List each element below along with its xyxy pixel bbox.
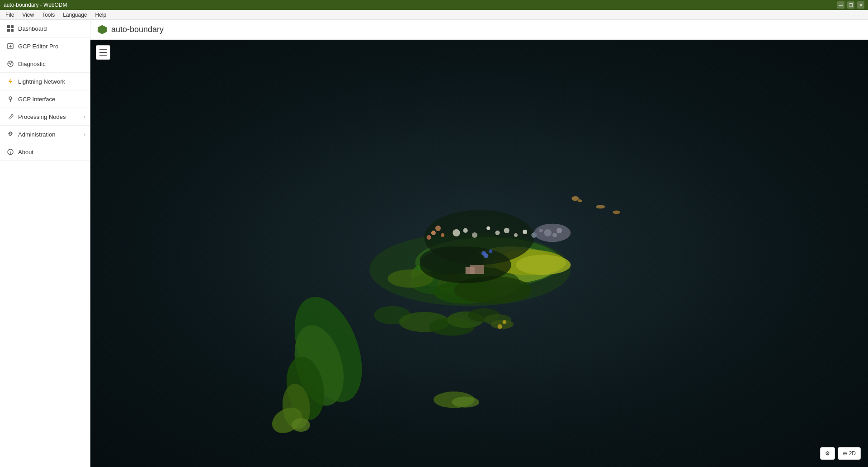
sidebar-item-gcp-interface[interactable]: GCP Interface (0, 90, 90, 108)
settings-button[interactable]: ⚙ (820, 447, 835, 460)
app-logo-icon (98, 25, 107, 34)
menu-item-tools[interactable]: Tools (38, 11, 58, 19)
svg-point-34 (514, 233, 518, 237)
viewer-controls: ⚙ ⊕ 2D (820, 447, 861, 460)
grid-icon (6, 24, 14, 33)
info-icon: i (6, 148, 14, 156)
point-cloud-svg (90, 40, 868, 467)
svg-point-27 (425, 210, 534, 264)
svg-point-7 (8, 61, 13, 66)
sidebar-item-gcp-editor-pro-label: GCP Editor Pro (18, 43, 58, 50)
sidebar-item-lightning-network[interactable]: Lightning Network (0, 73, 90, 90)
sidebar: Dashboard GCP Editor Pro Diagnostic (0, 20, 90, 467)
restore-button[interactable]: ❐ (847, 1, 854, 9)
title-bar: auto-boundary - WebODM — ❐ ✕ (0, 0, 868, 10)
diagnostic-icon (6, 60, 14, 68)
svg-point-46 (431, 231, 436, 235)
sidebar-item-administration-label: Administration (18, 131, 55, 138)
administration-chevron: ‹ (84, 132, 85, 137)
app-title: auto-boundary (111, 25, 164, 34)
svg-point-8 (9, 97, 12, 99)
svg-point-32 (495, 231, 500, 235)
sidebar-item-processing-nodes[interactable]: Processing Nodes ‹ (0, 108, 90, 126)
svg-point-29 (463, 228, 468, 233)
wrench-icon (6, 113, 14, 121)
top-header: auto-boundary (90, 20, 868, 40)
svg-rect-2 (7, 29, 10, 32)
svg-point-47 (441, 233, 444, 237)
menu-item-help[interactable]: Help (92, 11, 110, 19)
2d-label: 2D (849, 450, 856, 457)
svg-rect-3 (11, 29, 14, 32)
sidebar-item-processing-nodes-label: Processing Nodes (18, 113, 66, 120)
point-cloud-container (90, 40, 868, 467)
menu-item-language[interactable]: Language (59, 11, 90, 19)
window-controls: — ❐ ✕ (837, 1, 864, 9)
svg-point-51 (596, 205, 605, 208)
menu-item-file[interactable]: File (2, 11, 18, 19)
svg-point-30 (472, 232, 477, 238)
sidebar-item-lightning-network-label: Lightning Network (18, 78, 65, 85)
svg-point-67 (452, 396, 479, 407)
sidebar-item-gcp-interface-label: GCP Interface (18, 96, 55, 103)
svg-point-50 (578, 199, 582, 202)
lightning-icon (6, 77, 14, 85)
svg-point-45 (435, 226, 441, 231)
menu-item-view[interactable]: View (19, 11, 38, 19)
2d-icon: ⊕ (843, 450, 847, 457)
svg-point-68 (497, 324, 502, 329)
sidebar-item-dashboard[interactable]: Dashboard (0, 20, 90, 38)
svg-point-69 (503, 320, 506, 324)
svg-point-22 (516, 255, 571, 275)
sidebar-item-dashboard-label: Dashboard (18, 25, 47, 32)
svg-rect-1 (11, 25, 14, 28)
app-layout: Dashboard GCP Editor Pro Diagnostic (0, 20, 868, 467)
gear-icon (6, 130, 14, 138)
sidebar-item-about[interactable]: i About (0, 143, 90, 161)
3d-viewer: ⚙ ⊕ 2D (90, 40, 868, 467)
menu-bar: FileViewToolsLanguageHelp (0, 10, 868, 20)
svg-text:i: i (10, 151, 11, 155)
svg-point-44 (484, 254, 488, 258)
settings-icon: ⚙ (825, 450, 830, 457)
svg-point-52 (613, 210, 620, 214)
close-button[interactable]: ✕ (857, 1, 864, 9)
svg-point-49 (571, 196, 579, 201)
2d-toggle-button[interactable]: ⊕ 2D (838, 447, 861, 460)
svg-rect-26 (466, 267, 475, 274)
pin-icon (6, 95, 14, 103)
svg-point-48 (427, 235, 431, 240)
sidebar-item-diagnostic[interactable]: Diagnostic (0, 55, 90, 73)
sidebar-item-about-label: About (18, 149, 33, 156)
main-content: auto-boundary (90, 20, 868, 467)
svg-point-35 (523, 230, 527, 234)
minimize-button[interactable]: — (837, 1, 844, 9)
gcp-pro-icon (6, 42, 14, 50)
svg-rect-0 (7, 25, 10, 28)
processing-nodes-chevron: ‹ (84, 114, 85, 119)
svg-point-65 (491, 320, 514, 329)
svg-point-28 (453, 229, 460, 236)
svg-point-33 (504, 228, 509, 233)
menu-toggle-button[interactable] (96, 45, 110, 60)
svg-point-41 (534, 224, 571, 242)
svg-point-58 (292, 418, 310, 432)
svg-point-43 (489, 249, 492, 253)
window-title: auto-boundary - WebODM (4, 2, 837, 8)
svg-point-31 (486, 226, 490, 230)
sidebar-item-administration[interactable]: Administration ‹ (0, 126, 90, 143)
hamburger-icon (99, 49, 107, 56)
sidebar-item-gcp-editor-pro[interactable]: GCP Editor Pro (0, 38, 90, 55)
sidebar-item-diagnostic-label: Diagnostic (18, 61, 46, 67)
